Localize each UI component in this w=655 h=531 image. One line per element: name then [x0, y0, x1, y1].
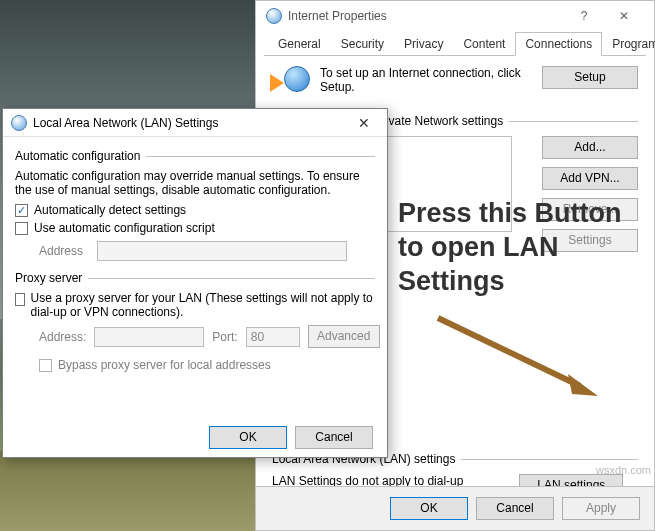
lan-titlebar[interactable]: Local Area Network (LAN) Settings ✕	[3, 109, 387, 137]
lan-cancel-button[interactable]: Cancel	[295, 426, 373, 449]
use-proxy-label: Use a proxy server for your LAN (These s…	[31, 291, 375, 319]
globe-arrow-icon	[272, 66, 310, 100]
add-button[interactable]: Add...	[542, 136, 638, 159]
ok-button[interactable]: OK	[390, 497, 468, 520]
cancel-button[interactable]: Cancel	[476, 497, 554, 520]
annotation-callout: Press this Button to open LAN Settings	[398, 197, 628, 298]
setup-button[interactable]: Setup	[542, 66, 638, 89]
bypass-proxy-checkbox	[39, 359, 52, 372]
auto-config-group-label: Automatic configuration	[15, 149, 140, 163]
watermark: wsxdn.com	[596, 464, 651, 476]
proxy-port-input: 80	[246, 327, 300, 347]
auto-detect-label: Automatically detect settings	[34, 203, 186, 217]
tab-programs[interactable]: Programs	[602, 32, 655, 56]
lan-window-title: Local Area Network (LAN) Settings	[33, 116, 218, 130]
internet-options-icon	[266, 8, 282, 24]
add-vpn-button[interactable]: Add VPN...	[542, 167, 638, 190]
use-script-checkbox[interactable]	[15, 222, 28, 235]
close-icon[interactable]: ✕	[349, 112, 379, 134]
tab-general[interactable]: General	[268, 32, 331, 56]
proxy-port-label: Port:	[212, 330, 237, 344]
tab-connections[interactable]: Connections	[515, 32, 602, 56]
apply-button: Apply	[562, 497, 640, 520]
proxy-address-input	[94, 327, 204, 347]
auto-detect-checkbox[interactable]	[15, 204, 28, 217]
help-button[interactable]: ?	[564, 2, 604, 30]
setup-description: To set up an Internet connection, click …	[320, 66, 532, 94]
lan-window-icon	[11, 115, 27, 131]
lan-settings-window: Local Area Network (LAN) Settings ✕ Auto…	[2, 108, 388, 458]
tab-privacy[interactable]: Privacy	[394, 32, 453, 56]
proxy-address-label: Address:	[39, 330, 86, 344]
tab-security[interactable]: Security	[331, 32, 394, 56]
script-address-input	[97, 241, 347, 261]
internet-properties-titlebar[interactable]: Internet Properties ? ✕	[256, 1, 654, 31]
tab-content[interactable]: Content	[453, 32, 515, 56]
close-button[interactable]: ✕	[604, 2, 644, 30]
use-proxy-checkbox[interactable]	[15, 293, 25, 306]
lan-ok-button[interactable]: OK	[209, 426, 287, 449]
internet-properties-title: Internet Properties	[288, 9, 387, 23]
bypass-proxy-label: Bypass proxy server for local addresses	[58, 358, 271, 372]
proxy-advanced-button: Advanced	[308, 325, 380, 348]
script-address-label: Address	[39, 244, 89, 258]
proxy-group-label: Proxy server	[15, 271, 82, 285]
tabs-row: General Security Privacy Content Connect…	[264, 31, 646, 56]
use-script-label: Use automatic configuration script	[34, 221, 215, 235]
auto-config-description: Automatic configuration may override man…	[15, 169, 375, 197]
